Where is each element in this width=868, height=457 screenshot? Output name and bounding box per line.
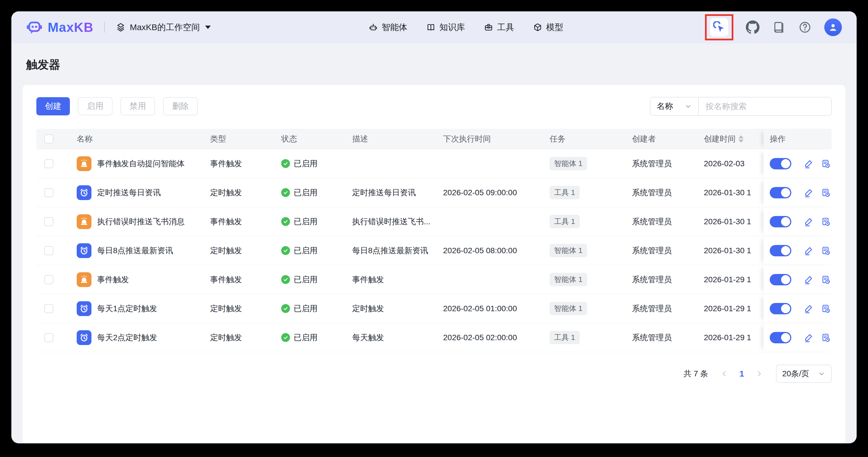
enabled-toggle[interactable]	[770, 332, 791, 343]
page-number[interactable]: 1	[739, 369, 744, 378]
col-type: 类型	[210, 134, 281, 144]
help-button[interactable]	[798, 21, 812, 34]
trigger-name[interactable]: 每日8点推送最新资讯	[97, 245, 178, 256]
docs-button[interactable]	[772, 21, 786, 34]
row-checkbox[interactable]	[44, 188, 53, 197]
timer-clock-icon	[79, 246, 89, 256]
task-badge: 智能体 1	[550, 273, 587, 286]
select-all-checkbox[interactable]	[44, 135, 53, 144]
status-label: 已启用	[294, 216, 317, 227]
execution-record-button[interactable]	[821, 246, 831, 256]
document-clock-icon	[821, 159, 831, 169]
github-button[interactable]	[746, 21, 760, 34]
document-clock-icon	[821, 333, 831, 342]
trigger-status: 已启用	[281, 158, 352, 169]
edit-button[interactable]	[804, 188, 813, 198]
chevron-right-icon	[755, 370, 763, 377]
disable-button[interactable]: 禁用	[120, 97, 155, 115]
table-row[interactable]: 执行错误时推送飞书消息 事件触发 已启用 执行错误时推送飞书... 工具 1 系…	[36, 207, 832, 236]
prev-page-button[interactable]	[721, 370, 728, 377]
trigger-name[interactable]: 每天1点定时触发	[97, 303, 162, 314]
enabled-toggle[interactable]	[770, 216, 791, 227]
row-checkbox[interactable]	[44, 159, 53, 168]
search-field-select[interactable]: 名称	[650, 97, 698, 115]
trigger-name[interactable]: 事件触发	[97, 274, 133, 285]
search-input[interactable]	[699, 97, 831, 115]
create-button[interactable]: 创建	[36, 97, 70, 115]
workspace-selector[interactable]: MaxKB的工作空间	[116, 22, 211, 33]
nav-item-tools[interactable]: 工具	[484, 22, 514, 33]
brand[interactable]: MaxKB	[26, 19, 93, 35]
nav-item-models[interactable]: 模型	[533, 22, 563, 33]
next-page-button[interactable]	[755, 370, 763, 377]
delete-button[interactable]: 删除	[163, 97, 198, 115]
trigger-name[interactable]: 定时推送每日资讯	[97, 187, 165, 198]
workspace-icon	[116, 22, 126, 32]
next-run-time: 2026-02-05 01:00:00	[443, 304, 550, 313]
page-size-select[interactable]: 20条/页	[776, 365, 832, 383]
document-clock-icon	[821, 304, 831, 313]
execution-record-button[interactable]	[821, 217, 831, 227]
row-actions	[764, 294, 832, 323]
execution-record-button[interactable]	[821, 275, 831, 285]
trigger-name[interactable]: 事件触发自动提问智能体	[97, 158, 189, 169]
trigger-name[interactable]: 执行错误时推送飞书消息	[97, 216, 189, 227]
task-badge: 工具 1	[550, 331, 580, 344]
execution-record-button[interactable]	[821, 159, 831, 169]
execution-record-button[interactable]	[821, 304, 831, 313]
page: 触发器 创建 启用 禁用 删除 名称	[11, 43, 857, 444]
enabled-toggle[interactable]	[770, 158, 791, 169]
trigger-name[interactable]: 每天2点定时触发	[97, 332, 162, 343]
maxkb-logo-icon	[26, 19, 42, 35]
edit-button[interactable]	[804, 304, 813, 313]
edit-button[interactable]	[804, 217, 813, 227]
table-row[interactable]: 每天1点定时触发 定时触发 已启用 定时触发 2026-02-05 01:00:…	[36, 294, 832, 323]
page-size-value: 20条/页	[782, 368, 809, 379]
table-row[interactable]: 事件触发自动提问智能体 事件触发 已启用 智能体 1 系统管理员 2026-02…	[36, 149, 832, 178]
table-row[interactable]: 定时推送每日资讯 定时触发 已启用 定时推送每日资讯 2026-02-05 09…	[36, 178, 832, 207]
sort-icon[interactable]	[739, 135, 744, 143]
enabled-toggle[interactable]	[770, 303, 791, 314]
trigger-desc: 事件触发	[352, 274, 443, 285]
execution-record-button[interactable]	[821, 333, 831, 342]
creator: 系统管理员	[632, 187, 704, 198]
edit-button[interactable]	[804, 275, 813, 285]
row-checkbox[interactable]	[44, 217, 53, 226]
trigger-status: 已启用	[281, 332, 352, 343]
nav-item-knowledge[interactable]: 知识库	[426, 22, 465, 33]
edit-button[interactable]	[804, 246, 813, 256]
execution-record-button[interactable]	[821, 188, 831, 198]
created-time: 2026-01-29 1	[704, 275, 764, 284]
row-checkbox[interactable]	[44, 304, 53, 313]
triggers-table: 名称 类型 状态 描述 下次执行时间 任务 创建者 创建时间 操作	[36, 129, 832, 352]
status-check-icon	[281, 275, 290, 284]
row-checkbox[interactable]	[44, 275, 53, 284]
table-row[interactable]: 每天2点定时触发 定时触发 已启用 每天触发 2026-02-05 02:00:…	[36, 323, 832, 352]
pencil-icon	[804, 159, 813, 169]
trigger-desc: 定时推送每日资讯	[352, 187, 443, 198]
nav-label: 工具	[497, 22, 514, 33]
table-row[interactable]: 每日8点推送最新资讯 定时触发 已启用 每日8点推送最新资讯 2026-02-0…	[36, 236, 832, 265]
row-checkbox[interactable]	[44, 246, 53, 255]
row-checkbox[interactable]	[44, 333, 53, 342]
enable-button[interactable]: 启用	[78, 97, 113, 115]
enabled-toggle[interactable]	[770, 245, 791, 256]
chevron-down-icon	[205, 26, 211, 29]
trigger-type: 定时触发	[210, 332, 281, 343]
toolbox-icon	[484, 23, 493, 32]
nav-label: 模型	[546, 22, 563, 33]
avatar[interactable]	[824, 19, 842, 36]
trigger-type: 事件触发	[210, 216, 281, 227]
enabled-toggle[interactable]	[770, 274, 791, 285]
edit-button[interactable]	[804, 333, 813, 342]
document-clock-icon	[821, 275, 831, 285]
col-created[interactable]: 创建时间	[704, 134, 764, 144]
edit-button[interactable]	[804, 159, 813, 169]
app-window: MaxKB MaxKB的工作空间 智能体	[11, 11, 857, 444]
trigger-button[interactable]	[710, 18, 728, 36]
enabled-toggle[interactable]	[770, 187, 791, 198]
nav-item-agents[interactable]: 智能体	[368, 22, 407, 33]
table-row[interactable]: 事件触发 事件触发 已启用 事件触发 智能体 1 系统管理员 2026-01-2…	[36, 265, 832, 294]
topbar-divider	[104, 22, 105, 33]
trigger-status: 已启用	[281, 274, 352, 285]
